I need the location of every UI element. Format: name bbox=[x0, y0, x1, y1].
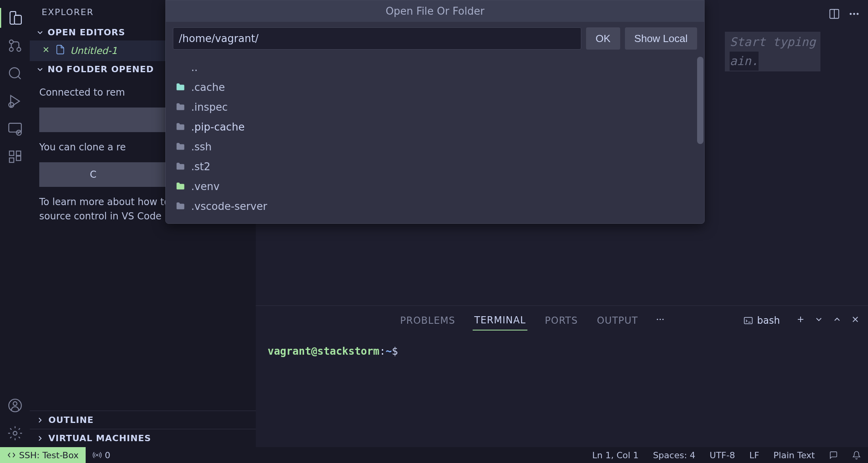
status-cursor[interactable]: Ln 1, Col 1 bbox=[585, 450, 646, 460]
new-terminal-button[interactable] bbox=[796, 315, 805, 327]
show-local-button[interactable]: Show Local bbox=[625, 27, 697, 50]
activity-settings[interactable] bbox=[0, 419, 30, 447]
file-list: .. .cache .inspec .pip-cache .ssh .st2 .… bbox=[166, 55, 704, 223]
status-feedback[interactable] bbox=[822, 451, 845, 459]
status-bar: SSH: Test-Box 0 Ln 1, Col 1 Spaces: 4 UT… bbox=[0, 447, 868, 463]
antenna-icon bbox=[93, 451, 102, 459]
list-item-label: .st2 bbox=[191, 161, 211, 173]
status-eol[interactable]: LF bbox=[742, 450, 766, 460]
svg-point-17 bbox=[853, 13, 855, 15]
svg-point-18 bbox=[857, 13, 858, 15]
list-item-parent[interactable]: .. bbox=[173, 58, 697, 77]
svg-point-21 bbox=[662, 319, 663, 320]
maximize-panel-button[interactable] bbox=[832, 315, 842, 327]
more-actions-button[interactable] bbox=[848, 8, 860, 21]
activity-scm[interactable] bbox=[0, 32, 30, 60]
status-language[interactable]: Plain Text bbox=[766, 450, 822, 460]
terminal-selector[interactable]: bash bbox=[743, 315, 780, 326]
list-item-inspec[interactable]: .inspec bbox=[173, 97, 697, 117]
list-item-label: .venv bbox=[191, 181, 220, 192]
panel-more-button[interactable] bbox=[655, 315, 665, 327]
tab-output[interactable]: OUTPUT bbox=[595, 311, 640, 330]
list-item-label: .pip-cache bbox=[191, 121, 245, 133]
list-item-ssh[interactable]: .ssh bbox=[173, 137, 697, 157]
svg-rect-9 bbox=[16, 151, 21, 156]
dialog-title: Open File Or Folder bbox=[166, 0, 704, 22]
list-item-venv[interactable]: .venv bbox=[173, 177, 697, 196]
svg-rect-8 bbox=[9, 151, 13, 156]
path-input[interactable] bbox=[173, 27, 581, 50]
close-panel-button[interactable] bbox=[851, 315, 860, 327]
tab-terminal[interactable]: TERMINAL bbox=[473, 311, 527, 330]
virtual-machines-header[interactable]: VIRTUAL MACHINES bbox=[30, 429, 256, 447]
svg-point-4 bbox=[9, 68, 19, 78]
split-editor-button[interactable] bbox=[828, 8, 840, 21]
chevron-up-icon bbox=[832, 315, 842, 324]
extensions-icon bbox=[8, 149, 23, 164]
panel-tabs: PROBLEMS TERMINAL PORTS OUTPUT bash bbox=[256, 306, 868, 335]
svg-point-13 bbox=[13, 402, 17, 406]
list-item-cache[interactable]: .cache bbox=[173, 77, 697, 97]
activity-remote[interactable] bbox=[0, 115, 30, 143]
status-encoding[interactable]: UTF-8 bbox=[703, 450, 742, 460]
source-control-icon bbox=[8, 38, 23, 53]
clone-button-text: C bbox=[90, 167, 97, 182]
folder-icon bbox=[175, 102, 186, 112]
debug-icon bbox=[8, 94, 23, 109]
activity-search[interactable] bbox=[0, 60, 30, 87]
activity-bar bbox=[0, 0, 30, 447]
close-editor-button[interactable] bbox=[42, 45, 50, 56]
svg-rect-22 bbox=[744, 317, 752, 324]
svg-point-16 bbox=[850, 13, 852, 15]
plus-icon bbox=[796, 315, 805, 324]
folder-icon bbox=[175, 122, 186, 132]
activity-extensions[interactable] bbox=[0, 143, 30, 171]
tab-problems[interactable]: PROBLEMS bbox=[399, 311, 457, 330]
terminal-dropdown-button[interactable] bbox=[814, 315, 824, 327]
terminal-icon bbox=[743, 316, 753, 325]
account-icon bbox=[8, 398, 23, 413]
svg-rect-11 bbox=[16, 156, 21, 160]
status-remote[interactable]: SSH: Test-Box bbox=[0, 447, 86, 463]
list-item-pip-cache[interactable]: .pip-cache bbox=[173, 117, 697, 137]
open-file-dialog: Open File Or Folder OK Show Local .. .ca… bbox=[165, 0, 705, 224]
svg-rect-0 bbox=[14, 15, 21, 24]
terminal-prompt-user: vagrant@stackstorm bbox=[268, 345, 379, 357]
status-ports[interactable]: 0 bbox=[86, 450, 117, 460]
svg-point-23 bbox=[96, 454, 98, 456]
terminal-prompt-symbol: $ bbox=[392, 345, 398, 357]
svg-point-1 bbox=[9, 40, 13, 44]
chevron-down-icon bbox=[36, 28, 44, 37]
svg-point-20 bbox=[659, 319, 661, 320]
tab-ports[interactable]: PORTS bbox=[543, 311, 579, 330]
ok-button[interactable]: OK bbox=[586, 27, 620, 50]
folder-icon bbox=[175, 201, 186, 211]
search-icon bbox=[8, 66, 23, 81]
chevron-down-icon bbox=[36, 65, 44, 74]
svg-point-3 bbox=[9, 48, 13, 52]
list-item-vscode-server[interactable]: .vscode-server bbox=[173, 196, 697, 216]
panel: PROBLEMS TERMINAL PORTS OUTPUT bash vagr… bbox=[256, 305, 868, 447]
bell-icon bbox=[852, 451, 861, 459]
list-item-st2[interactable]: .st2 bbox=[173, 157, 697, 177]
svg-point-2 bbox=[17, 48, 21, 52]
chevron-right-icon bbox=[36, 434, 44, 443]
outline-label: OUTLINE bbox=[48, 415, 94, 425]
open-editors-label: OPEN EDITORS bbox=[48, 27, 125, 37]
ellipsis-icon bbox=[655, 315, 665, 324]
folder-icon bbox=[175, 161, 186, 172]
activity-debug[interactable] bbox=[0, 87, 30, 115]
status-bell[interactable] bbox=[845, 451, 868, 459]
status-spaces[interactable]: Spaces: 4 bbox=[646, 450, 703, 460]
vm-label: VIRTUAL MACHINES bbox=[48, 433, 151, 443]
terminal-body[interactable]: vagrant@stackstorm:~$ bbox=[256, 335, 868, 367]
dialog-scrollbar[interactable] bbox=[697, 57, 703, 144]
activity-account[interactable] bbox=[0, 392, 30, 419]
list-item-label: .. bbox=[191, 61, 198, 73]
no-folder-label: NO FOLDER OPENED bbox=[48, 64, 154, 74]
remote-label: SSH: Test-Box bbox=[19, 450, 79, 460]
close-icon bbox=[851, 315, 860, 324]
outline-header[interactable]: OUTLINE bbox=[30, 411, 256, 429]
activity-explorer[interactable] bbox=[0, 4, 30, 32]
files-icon bbox=[8, 10, 23, 25]
